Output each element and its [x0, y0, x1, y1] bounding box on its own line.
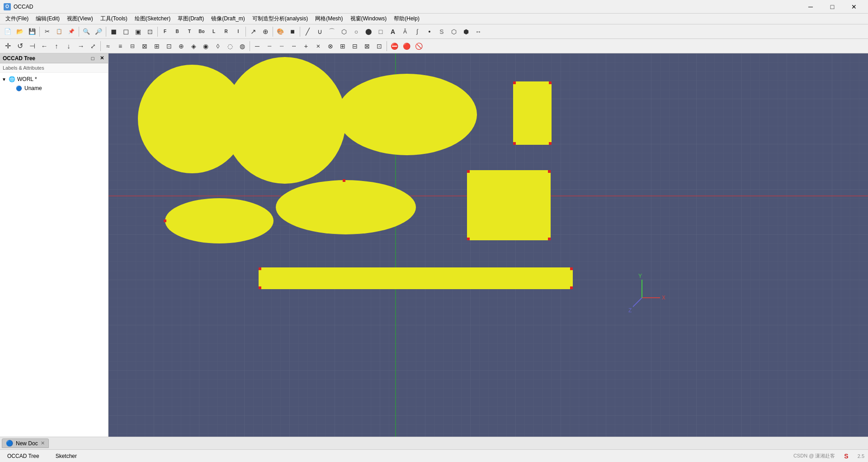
menu-help[interactable]: 帮助(Help) [390, 14, 423, 24]
open-button[interactable]: 📂 [14, 26, 26, 38]
ellipse-tool[interactable]: ⬤ [363, 26, 374, 38]
view-3d-4[interactable]: ⊡ [144, 26, 156, 38]
arrow-up[interactable]: ↑ [51, 40, 62, 52]
symbol-tool[interactable]: • [424, 26, 435, 38]
svg-point-12 [165, 198, 274, 243]
view-3d-2[interactable]: ◻ [120, 26, 132, 38]
view-top[interactable]: T [184, 26, 195, 38]
tree-toggle-root[interactable]: ▼ [2, 77, 8, 82]
new-button[interactable]: 📄 [2, 26, 14, 38]
stop-btn[interactable]: ⛔ [388, 40, 400, 52]
text-tool[interactable]: A [387, 26, 399, 38]
offset-tool[interactable]: ◈ [188, 40, 199, 52]
dim-tool[interactable]: ↔ [472, 26, 484, 38]
view-bottom[interactable]: Bo [196, 26, 208, 38]
view-left[interactable]: L [208, 26, 220, 38]
view-3d-1[interactable]: ◼ [108, 26, 119, 38]
constraint-tang[interactable]: × [312, 40, 324, 52]
arrow-left[interactable]: ← [38, 40, 50, 52]
fill-button[interactable]: ■ [287, 26, 298, 38]
svg-text:X: X [662, 295, 665, 301]
diagonal-tool[interactable]: ⤢ [87, 40, 99, 52]
menu-edit[interactable]: 编辑(Edit) [32, 14, 63, 24]
status-sketcher[interactable]: Sketcher [52, 452, 80, 460]
cut-button[interactable]: ✂ [41, 26, 53, 38]
view-right[interactable]: R [220, 26, 232, 38]
extend-tool[interactable]: ⊞ [151, 40, 163, 52]
arc-tool[interactable]: ∪ [314, 26, 326, 38]
blend-tool[interactable]: ⊟ [127, 40, 138, 52]
constraint-fix[interactable]: ─ [251, 40, 263, 52]
move-tool[interactable]: ✛ [2, 40, 14, 52]
constraint-coin[interactable]: ⊟ [349, 40, 361, 52]
constraint-par[interactable]: ╌ [288, 40, 300, 52]
line-tool[interactable]: ╱ [302, 26, 313, 38]
mirror-tool[interactable]: ⊣ [26, 40, 38, 52]
intersect-tool[interactable]: ◊ [212, 40, 224, 52]
tree-child-uname[interactable]: ▶ 🔵 Uname [0, 84, 108, 93]
circle-tool[interactable]: ○ [350, 26, 362, 38]
tab-close-button[interactable]: ✕ [41, 440, 45, 446]
solid2-tool[interactable]: ⬢ [460, 26, 472, 38]
zoom-out-button[interactable]: 🔎 [93, 26, 104, 38]
select2-button[interactable]: ⊕ [259, 26, 271, 38]
trim-tool[interactable]: ⊠ [139, 40, 151, 52]
text-style-tool[interactable]: Ā [399, 26, 411, 38]
arrow-down[interactable]: ↓ [63, 40, 75, 52]
view-3d-3[interactable]: ▣ [132, 26, 144, 38]
sidebar-close-button[interactable]: ✕ [98, 55, 105, 62]
rotate-tool[interactable]: ↺ [14, 40, 26, 52]
restore-button[interactable]: □ [822, 0, 843, 14]
paste-button[interactable]: 📌 [66, 26, 77, 38]
constraint-sym[interactable]: ⊞ [337, 40, 349, 52]
sidebar-pin-button[interactable]: □ [89, 55, 96, 62]
split-tool[interactable]: ◌ [224, 40, 236, 52]
poly-tool[interactable]: ⬡ [338, 26, 350, 38]
curve-tool[interactable]: ⌒ [326, 26, 338, 38]
select-button[interactable]: ↗ [247, 26, 259, 38]
solid-tool[interactable]: ⬡ [448, 26, 460, 38]
warn-btn[interactable]: 🔴 [401, 40, 412, 52]
doc-tab-new[interactable]: 🔵 New Doc ✕ [2, 438, 49, 448]
menu-draft-m[interactable]: 镜像(Draft_m) [208, 14, 249, 24]
constraint-dist[interactable]: ⊡ [373, 40, 385, 52]
constraint-perp[interactable]: + [300, 40, 312, 52]
view-front[interactable]: F [159, 26, 171, 38]
color-button[interactable]: 🎨 [274, 26, 286, 38]
menu-draft[interactable]: 草图(Draft) [174, 14, 208, 24]
arrow-right[interactable]: → [75, 40, 87, 52]
constraint-eq[interactable]: ⊗ [325, 40, 336, 52]
hatch2-tool[interactable]: ≡ [114, 40, 126, 52]
fillet-tool[interactable]: ⊡ [163, 40, 175, 52]
join-tool[interactable]: ◍ [236, 40, 248, 52]
hatch-tool[interactable]: ≈ [102, 40, 114, 52]
chamfer-tool[interactable]: ⊕ [175, 40, 187, 52]
menu-view[interactable]: 视图(View) [63, 14, 97, 24]
close-button[interactable]: ✕ [844, 0, 864, 14]
menu-sketch[interactable]: 绘图(Sketcher) [131, 14, 174, 24]
menu-mesh[interactable]: 网格(Mesh) [311, 14, 346, 24]
minimize-button[interactable]: ─ [800, 0, 821, 14]
svg-point-6 [337, 74, 477, 155]
menu-analysis[interactable]: 可制造型分析(analysis) [249, 14, 311, 24]
view-back[interactable]: B [171, 26, 183, 38]
copy-button[interactable]: 📋 [53, 26, 65, 38]
title-bar: O OCCAD ─ □ ✕ [0, 0, 868, 14]
menu-file[interactable]: 文件(File) [2, 14, 32, 24]
constraint-h[interactable]: ┄ [264, 40, 275, 52]
menu-tools[interactable]: 工具(Tools) [97, 14, 131, 24]
menu-windows[interactable]: 视窗(Windows) [347, 14, 391, 24]
view-iso[interactable]: I [232, 26, 244, 38]
constraint-mid[interactable]: ⊠ [361, 40, 373, 52]
constraint-v[interactable]: ┈ [276, 40, 288, 52]
save-button[interactable]: 💾 [26, 26, 38, 38]
zoom-in-button[interactable]: 🔍 [80, 26, 92, 38]
status-tree[interactable]: OCCAD Tree [4, 452, 43, 460]
measure-tool[interactable]: ∫ [411, 26, 423, 38]
block-btn[interactable]: 🚫 [413, 40, 425, 52]
rect-tool[interactable]: □ [375, 26, 387, 38]
canvas-area[interactable]: X Y Z [108, 53, 868, 437]
project-tool[interactable]: ◉ [200, 40, 212, 52]
tree-root[interactable]: ▼ 🌐 WORL * [0, 75, 108, 84]
surface-tool[interactable]: S [436, 26, 448, 38]
